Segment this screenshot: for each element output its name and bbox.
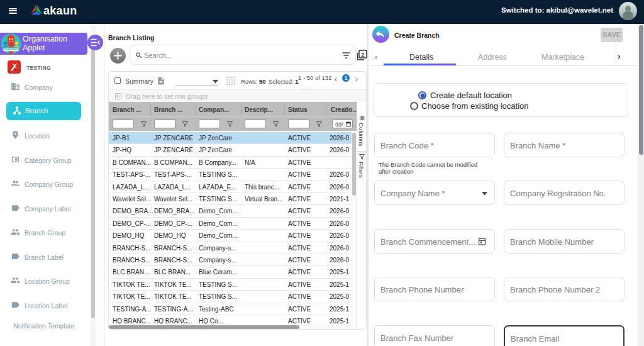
svg-text:ORGANISATION: ORGANISATION [4,48,18,51]
svg-text:2: 2 [361,51,364,58]
